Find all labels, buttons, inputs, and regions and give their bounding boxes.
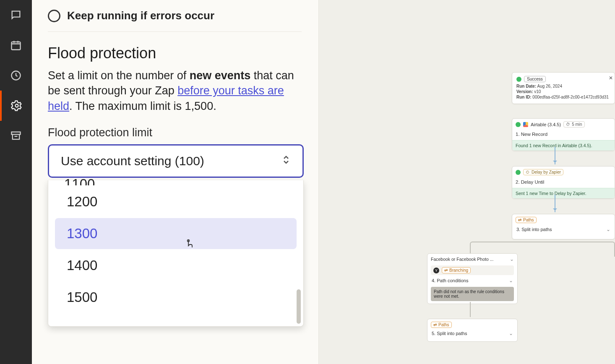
dropdown-option-cutoff[interactable]: 1100 [52, 177, 299, 185]
run-id-value: 000edfaa-d25f-ad8f-2c00-e1472cd93d31 [532, 95, 609, 99]
dropdown-option-1500[interactable]: 1500 [55, 282, 297, 313]
path-conditions-title: 4. Path conditions [432, 278, 468, 283]
settings-icon [11, 100, 23, 112]
chevron-down-icon[interactable]: ⌄ [510, 256, 514, 262]
sidebar-item-archive[interactable] [0, 121, 32, 151]
step2-title: 2. Delay Until [512, 178, 615, 188]
step-card-1[interactable]: Airtable (3.4.5) ⏱ 5 min 1. New Record F… [512, 118, 615, 151]
paths-card-2[interactable]: ⇄ Paths 5. Split into paths ⌄ [427, 319, 518, 342]
step1-title: 1. New Record [512, 130, 615, 140]
flood-limit-label: Flood protection limit [48, 126, 302, 139]
paths2-chip: ⇄ Paths [431, 322, 452, 328]
chevron-updown-icon [281, 154, 291, 169]
dropdown-option-1400[interactable]: 1400 [55, 250, 297, 281]
success-dot-icon [516, 77, 521, 82]
paths2-chip-label: Paths [438, 322, 449, 327]
step1-time-chip: ⏱ 5 min [563, 121, 584, 127]
sidebar-item-chat[interactable] [0, 0, 32, 30]
branching-chip-label: Branching [449, 268, 468, 273]
flow-arrow-icon [555, 195, 555, 212]
sidebar-item-calendar[interactable] [0, 30, 32, 60]
zap-canvas[interactable]: ✕ Success Run Date: Aug 26, 2024 Version… [319, 0, 615, 364]
path-warning-message: Path did not run as the rule conditions … [431, 287, 514, 301]
paths-title: 3. Split into paths [516, 227, 552, 232]
dropdown-scrollbar[interactable] [297, 289, 301, 324]
keep-running-label: Keep running if errors occur [67, 9, 214, 22]
paths-chip: ⇄ Paths [516, 217, 537, 223]
version-value: v10 [534, 89, 541, 94]
desc-text-bold: new events [190, 69, 251, 82]
branch-card-left[interactable]: Facebook or Facebook Photo ... ⌄ Y ⇄ Bra… [427, 253, 518, 304]
left-sidebar [0, 0, 32, 364]
flood-protection-description: Set a limit on the number of new events … [48, 68, 302, 114]
branch-header: Facebook or Facebook Photo ... [431, 257, 493, 262]
step1-app-label: Airtable (3.4.5) [531, 122, 561, 127]
airtable-icon [523, 122, 528, 127]
step1-message: Found 1 new Record in Airtable (3.4.5). [512, 140, 615, 151]
flow-arrow-icon [555, 147, 555, 164]
paths-chip-label: Paths [523, 218, 534, 222]
run-summary-card: ✕ Success Run Date: Aug 26, 2024 Version… [512, 72, 615, 104]
desc-text-pre: Set a limit on the number of [48, 69, 190, 82]
svg-rect-3 [12, 132, 21, 135]
paths2-title: 5. Split into paths [432, 331, 467, 336]
branching-chip: ⇄ Branching [442, 267, 471, 273]
chevron-down-icon[interactable]: ⌄ [509, 278, 513, 283]
select-value: Use account setting (100) [61, 154, 204, 168]
run-id-label: Run ID: [516, 95, 532, 99]
chat-icon [10, 9, 22, 21]
settings-panel: Keep running if errors occur Flood prote… [32, 0, 319, 364]
archive-icon [10, 130, 22, 142]
radio-unchecked-icon [48, 10, 60, 22]
status-badge: Success [524, 76, 546, 82]
chevron-down-icon[interactable]: ⌄ [509, 330, 513, 336]
run-date-value: Aug 26, 2024 [537, 84, 562, 88]
run-date-label: Run Date: [516, 84, 536, 88]
flood-limit-dropdown: 1100 1200 1300 1400 1500 [48, 180, 304, 327]
flow-line [470, 302, 471, 317]
step1-time-value: 5 min [572, 122, 582, 127]
success-dot-icon [516, 170, 521, 175]
step2-app-label: Delay by Zapier [532, 170, 561, 174]
dropdown-option-1300[interactable]: 1300 [55, 218, 297, 249]
step-card-2[interactable]: ⏲ Delay by Zapier 2. Delay Until Sent 1 … [512, 166, 615, 199]
dropdown-option-1200[interactable]: 1200 [55, 186, 297, 217]
keep-running-option[interactable]: Keep running if errors occur [48, 0, 302, 32]
svg-point-2 [16, 104, 18, 107]
delay-chip: ⏲ Delay by Zapier [523, 169, 563, 175]
sidebar-item-settings[interactable] [0, 91, 32, 121]
chevron-down-icon[interactable]: ⌄ [606, 226, 610, 232]
flood-protection-heading: Flood protection [48, 44, 302, 62]
close-icon[interactable]: ✕ [609, 75, 613, 81]
svg-rect-0 [12, 42, 21, 50]
version-label: Version: [516, 89, 533, 94]
step2-message: Sent 1 new Time to Delay by Zapier. [512, 188, 615, 198]
clock-icon [10, 70, 22, 81]
calendar-icon [10, 39, 22, 51]
desc-text-post: . The maximum limit is 1,500. [69, 100, 216, 112]
paths-card[interactable]: ⇄ Paths 3. Split into paths ⌄ [512, 214, 615, 239]
y-badge-icon: Y [433, 268, 439, 273]
success-dot-icon [516, 122, 521, 127]
flood-limit-select[interactable]: Use account setting (100) [48, 144, 304, 178]
sidebar-item-history[interactable] [0, 60, 32, 91]
